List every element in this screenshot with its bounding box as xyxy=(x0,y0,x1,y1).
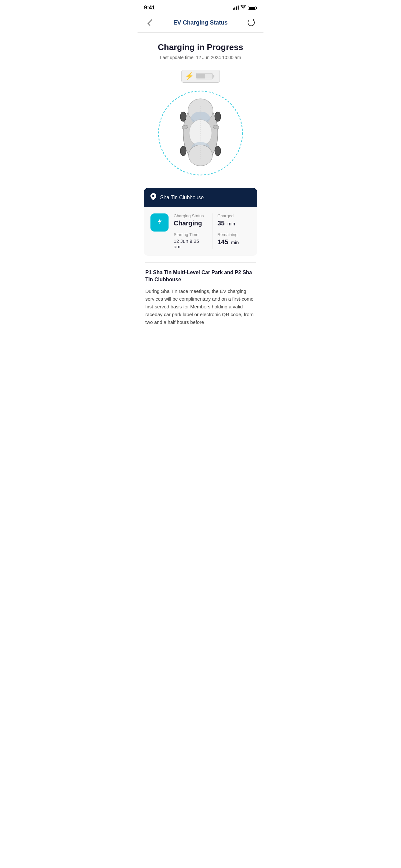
status-details: Charging Status Charging Starting Time 1… xyxy=(144,207,257,256)
section-divider xyxy=(145,262,256,262)
starting-time-value: 12 Jun 9:25 am xyxy=(174,238,207,249)
location-name: Sha Tin Clubhouse xyxy=(160,195,204,200)
charging-status-value: Charging xyxy=(174,220,207,227)
wifi-icon xyxy=(241,5,246,10)
chevron-left-icon xyxy=(148,20,154,26)
svg-point-15 xyxy=(215,146,220,156)
remaining-unit: min xyxy=(231,240,239,245)
status-time: 9:41 xyxy=(144,4,155,11)
car-circle-wrapper xyxy=(155,88,246,178)
main-content: Charging in Progress Last update time: 1… xyxy=(137,33,264,333)
battery-charging-indicator: ⚡ xyxy=(181,70,220,83)
remaining-label: Remaining xyxy=(218,232,251,237)
charged-unit: min xyxy=(227,221,235,226)
svg-rect-2 xyxy=(213,75,214,78)
page-title: EV Charging Status xyxy=(174,20,227,26)
refresh-button[interactable] xyxy=(245,17,257,28)
remaining-value: 145 xyxy=(218,238,228,245)
charging-status-label: Charging Status xyxy=(174,213,207,218)
back-button[interactable] xyxy=(144,17,156,28)
info-heading: P1 Sha Tin Multi-Level Car Park and P2 S… xyxy=(145,269,256,283)
svg-rect-1 xyxy=(196,74,205,79)
svg-point-13 xyxy=(215,112,220,121)
charging-bolt-icon xyxy=(155,217,164,228)
starting-time-label: Starting Time xyxy=(174,232,207,237)
info-card: Sha Tin Clubhouse Charging Status Chargi… xyxy=(144,188,257,256)
location-pin-icon xyxy=(150,193,156,202)
info-body: During Sha Tin race meetings, the EV cha… xyxy=(145,287,256,326)
lightning-icon: ⚡ xyxy=(185,72,194,81)
nav-bar: EV Charging Status xyxy=(137,13,264,33)
charged-label: Charged xyxy=(218,213,251,218)
refresh-icon xyxy=(248,19,255,26)
charging-title: Charging in Progress xyxy=(144,42,257,52)
battery-icon xyxy=(248,6,257,10)
charging-status-icon-box xyxy=(150,213,168,231)
charged-value: 35 xyxy=(218,220,225,227)
status-bar: 9:41 xyxy=(137,0,264,13)
location-bar: Sha Tin Clubhouse xyxy=(144,188,257,207)
status-icons xyxy=(233,5,257,10)
car-illustration xyxy=(175,94,226,172)
info-text-section: P1 Sha Tin Multi-Level Car Park and P2 S… xyxy=(144,262,257,326)
signal-icon xyxy=(233,6,239,10)
status-right-panel: Charged 35 min Remaining 145 min xyxy=(212,213,251,249)
status-left-panel: Charging Status Charging Starting Time 1… xyxy=(174,213,212,249)
car-animation: ⚡ xyxy=(144,70,257,178)
last-update-time: Last update time: 12 Jun 2024 10:00 am xyxy=(144,55,257,60)
battery-level-bar xyxy=(196,73,215,80)
svg-point-14 xyxy=(180,146,186,156)
svg-point-12 xyxy=(180,112,186,121)
